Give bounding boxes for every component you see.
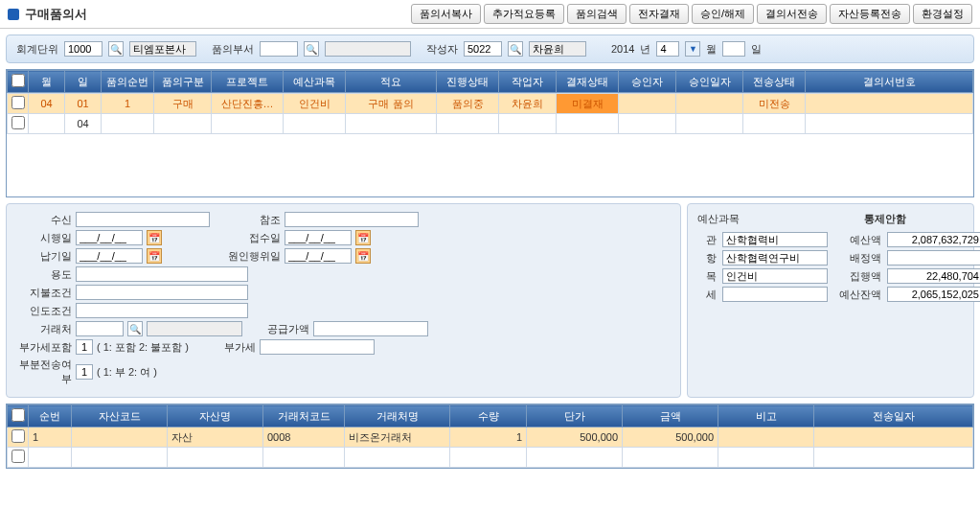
- table-row[interactable]: 04: [8, 114, 973, 134]
- cell[interactable]: 차윤희: [499, 94, 557, 114]
- cell[interactable]: 자산: [168, 427, 263, 448]
- unit-code-input[interactable]: [64, 41, 103, 57]
- cell[interactable]: 0008: [263, 427, 345, 448]
- cell[interactable]: [450, 448, 527, 468]
- cell[interactable]: [168, 448, 263, 468]
- susin-input[interactable]: [76, 212, 210, 227]
- cell[interactable]: 인건비: [284, 94, 346, 114]
- month-dropdown-icon[interactable]: ▼: [685, 41, 700, 57]
- indo-input[interactable]: [76, 303, 248, 318]
- row-checkbox[interactable]: [11, 96, 25, 109]
- cell[interactable]: [527, 448, 623, 468]
- gonggeup-input[interactable]: [313, 321, 428, 336]
- author-label: 작성자: [426, 42, 458, 57]
- georae-code-input[interactable]: [76, 321, 124, 336]
- row-checkbox[interactable]: [11, 450, 25, 463]
- add-memo-button[interactable]: 추가적요등록: [484, 4, 564, 24]
- cell[interactable]: [263, 448, 345, 468]
- cell[interactable]: 1: [450, 427, 527, 448]
- janek-value: [887, 287, 980, 302]
- sihaeng-input[interactable]: [76, 230, 143, 245]
- unit-name: [129, 41, 196, 57]
- cell[interactable]: [72, 448, 168, 468]
- cell[interactable]: 미결재: [557, 94, 619, 114]
- cell[interactable]: [619, 114, 676, 134]
- month-input[interactable]: [656, 41, 679, 57]
- yongdo-input[interactable]: [76, 266, 248, 282]
- georae-search-icon[interactable]: 🔍: [127, 321, 143, 336]
- cell[interactable]: 01: [65, 94, 102, 114]
- table-row[interactable]: 1자산0008비즈온거래처1500,000500,000: [8, 427, 973, 448]
- cell[interactable]: [499, 114, 557, 134]
- wonin-input[interactable]: [285, 248, 352, 264]
- jeopsu-calendar-icon[interactable]: 📅: [355, 230, 371, 245]
- cell[interactable]: [284, 114, 346, 134]
- dept-code-input[interactable]: [260, 41, 298, 57]
- cell[interactable]: 04: [65, 114, 102, 134]
- row-checkbox[interactable]: [11, 429, 25, 443]
- cell[interactable]: 비즈온거래처: [345, 427, 450, 448]
- approve-button[interactable]: 승인/해제: [692, 4, 754, 24]
- cell[interactable]: 04: [29, 94, 65, 114]
- sihaeng-calendar-icon[interactable]: 📅: [147, 230, 162, 245]
- cell[interactable]: [676, 114, 743, 134]
- cell[interactable]: 산단진흥…: [212, 94, 284, 114]
- author-code-input[interactable]: [464, 41, 502, 57]
- cell[interactable]: [212, 114, 284, 134]
- cell[interactable]: 품의중: [437, 94, 499, 114]
- table-row[interactable]: 04011구매산단진흥…인건비구매 품의품의중차윤희미결재미전송: [8, 94, 973, 114]
- cell[interactable]: 1: [102, 94, 154, 114]
- eapproval-button[interactable]: 전자결재: [629, 4, 689, 24]
- cell[interactable]: [346, 114, 437, 134]
- cell[interactable]: [623, 448, 718, 468]
- settings-button[interactable]: 환경설정: [913, 4, 972, 24]
- cell[interactable]: [72, 427, 168, 448]
- cell[interactable]: 미전송: [743, 94, 806, 114]
- cell[interactable]: [718, 448, 814, 468]
- cell[interactable]: [29, 114, 65, 134]
- select-all-checkbox[interactable]: [11, 74, 25, 87]
- cell[interactable]: [743, 114, 806, 134]
- wonin-calendar-icon[interactable]: 📅: [355, 248, 371, 264]
- cell[interactable]: [437, 114, 499, 134]
- partial-input[interactable]: [76, 364, 93, 380]
- cell[interactable]: 1: [29, 427, 72, 448]
- vat-include-input[interactable]: [76, 339, 93, 355]
- asset-register-button[interactable]: 자산등록전송: [830, 4, 910, 24]
- vat-input[interactable]: [260, 339, 375, 355]
- day-input[interactable]: [722, 41, 745, 57]
- cell[interactable]: 500,000: [527, 427, 623, 448]
- bottom-select-all-checkbox[interactable]: [11, 408, 25, 422]
- copy-button[interactable]: 품의서복사: [411, 4, 481, 24]
- row-checkbox[interactable]: [11, 116, 25, 129]
- cell[interactable]: [557, 114, 619, 134]
- napgi-calendar-icon[interactable]: 📅: [147, 248, 162, 264]
- year-suffix: 년: [640, 42, 650, 57]
- cell[interactable]: [154, 114, 212, 134]
- cell[interactable]: [676, 94, 743, 114]
- dept-search-icon[interactable]: 🔍: [304, 41, 319, 57]
- cell[interactable]: 구매 품의: [346, 94, 437, 114]
- cell[interactable]: [806, 94, 973, 114]
- jibul-input[interactable]: [76, 285, 248, 300]
- indo-label: 인도조건: [16, 304, 72, 318]
- jeopsu-input[interactable]: [285, 230, 352, 245]
- cell[interactable]: [102, 114, 154, 134]
- napgi-input[interactable]: [76, 248, 143, 264]
- chamjo-input[interactable]: [285, 212, 419, 227]
- cell[interactable]: [814, 448, 973, 468]
- cell[interactable]: 구매: [154, 94, 212, 114]
- search-button[interactable]: 품의검색: [567, 4, 627, 24]
- cell[interactable]: [814, 427, 973, 448]
- cell[interactable]: [718, 427, 814, 448]
- unit-search-icon[interactable]: 🔍: [108, 41, 124, 57]
- cell[interactable]: [345, 448, 450, 468]
- cell[interactable]: [619, 94, 676, 114]
- cell[interactable]: 500,000: [623, 427, 718, 448]
- cell[interactable]: [29, 448, 72, 468]
- table-row[interactable]: [8, 448, 973, 468]
- send-resolution-button[interactable]: 결의서전송: [757, 4, 827, 24]
- cell[interactable]: [806, 114, 973, 134]
- author-search-icon[interactable]: 🔍: [508, 41, 523, 57]
- header-buttons: 품의서복사 추가적요등록 품의검색 전자결재 승인/해제 결의서전송 자산등록전…: [411, 4, 972, 24]
